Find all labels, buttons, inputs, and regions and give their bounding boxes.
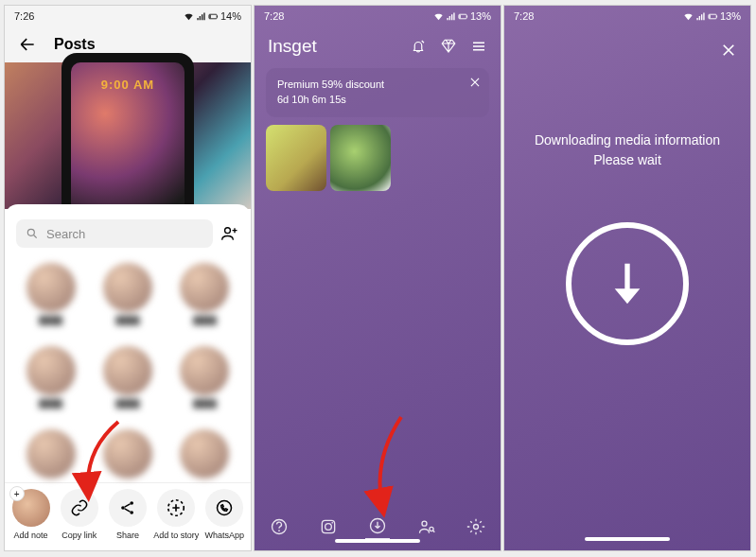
screenshot-insget-downloading: 7:28 13% Downloading media information P…: [503, 5, 751, 551]
svg-point-16: [325, 524, 332, 531]
action-label: Add note: [14, 531, 48, 540]
search-row: Search: [5, 216, 251, 257]
svg-point-21: [474, 525, 479, 530]
download-thumbnails: [266, 125, 489, 191]
svg-point-5: [121, 506, 125, 510]
status-line2: Please wait: [504, 150, 750, 170]
svg-point-9: [218, 501, 232, 515]
share-contact[interactable]: ████: [94, 263, 162, 325]
share-button[interactable]: Share: [104, 489, 151, 540]
home-indicator[interactable]: [585, 537, 670, 541]
svg-rect-24: [716, 15, 717, 17]
svg-rect-2: [217, 15, 218, 17]
status-bar: 7:26 14%: [5, 6, 251, 26]
status-bar: 7:28 13%: [255, 6, 501, 26]
svg-rect-23: [709, 14, 710, 18]
status-battery: 13%: [720, 10, 741, 22]
share-contact[interactable]: [94, 429, 162, 479]
battery-icon: [458, 11, 468, 22]
svg-point-14: [278, 530, 280, 531]
status-line1: Downloading media information: [504, 131, 750, 150]
svg-point-17: [331, 522, 333, 524]
status-battery: 13%: [470, 10, 491, 22]
bell-icon[interactable]: [410, 38, 427, 55]
wifi-icon: [433, 11, 444, 22]
share-contact[interactable]: [17, 429, 85, 479]
search-icon: [26, 227, 39, 240]
download-icon: [368, 516, 387, 535]
whatsapp-button[interactable]: WhatsApp: [201, 489, 248, 540]
share-contact[interactable]: ████: [94, 346, 162, 409]
avatar-icon: [12, 489, 50, 527]
share-contact[interactable]: ████: [17, 346, 85, 409]
share-actions-row: Add note Copy link Share Add to story Wh…: [5, 482, 251, 544]
add-to-story-button[interactable]: Add to story: [152, 489, 200, 540]
annotation-arrow: [363, 412, 411, 516]
app-title: Insget: [268, 36, 317, 57]
nav-instagram[interactable]: [316, 514, 341, 539]
action-label: WhatsApp: [205, 531, 245, 540]
close-icon[interactable]: [720, 42, 737, 59]
search-input[interactable]: Search: [16, 219, 213, 248]
nav-download[interactable]: [365, 514, 390, 539]
svg-rect-12: [466, 15, 467, 17]
add-group-icon[interactable]: [220, 224, 239, 243]
wifi-icon: [184, 11, 194, 22]
svg-point-6: [130, 501, 133, 505]
nav-users[interactable]: [414, 514, 439, 539]
close-icon[interactable]: [468, 76, 482, 89]
download-indicator: [566, 222, 689, 345]
action-label: Copy link: [62, 531, 97, 540]
status-bar: 7:28 13%: [504, 6, 750, 26]
svg-point-3: [27, 229, 34, 235]
svg-point-20: [430, 527, 433, 531]
action-label: Add to story: [153, 531, 199, 540]
story-add-icon: [166, 497, 186, 518]
screenshot-insget-home: 7:28 13% Insget Premium 59% discount 6d …: [254, 5, 501, 551]
share-contact[interactable]: ████: [170, 346, 238, 409]
signal-icon: [446, 11, 456, 22]
home-indicator[interactable]: [335, 539, 420, 543]
status-right: 14%: [184, 10, 241, 22]
nav-settings[interactable]: [464, 514, 488, 539]
battery-icon: [208, 11, 219, 22]
premium-promo-banner[interactable]: Premium 59% discount 6d 10h 6m 15s: [266, 68, 489, 117]
screenshot-instagram-share: 7:26 14% Posts 9:00 AM Search ████: [4, 5, 252, 551]
wifi-icon: [683, 11, 694, 22]
add-note-button[interactable]: Add note: [8, 489, 55, 540]
diamond-icon[interactable]: [440, 38, 457, 55]
search-placeholder: Search: [46, 227, 85, 241]
svg-point-19: [422, 521, 427, 526]
share-icon: [118, 498, 137, 517]
media-thumbnail[interactable]: [266, 125, 326, 191]
status-right: 13%: [683, 10, 741, 22]
post-time-overlay: 9:00 AM: [101, 78, 154, 92]
share-contact[interactable]: ████: [170, 263, 238, 325]
post-media-preview[interactable]: 9:00 AM: [5, 62, 251, 209]
whatsapp-icon: [215, 498, 234, 517]
app-titlebar: Insget: [255, 26, 501, 61]
share-contact[interactable]: ████: [17, 263, 85, 325]
bottom-nav: [255, 503, 501, 550]
signal-icon: [196, 11, 206, 22]
svg-point-7: [130, 511, 133, 514]
share-sheet: Search ████ ████ ████ ████ ████ ████: [5, 204, 251, 550]
copy-link-button[interactable]: Copy link: [56, 489, 103, 540]
back-arrow-icon[interactable]: [18, 35, 37, 54]
svg-rect-11: [459, 14, 460, 18]
menu-icon[interactable]: [470, 38, 487, 55]
status-right: 13%: [433, 10, 491, 22]
status-time: 7:28: [514, 10, 534, 22]
link-icon: [70, 498, 89, 517]
status-time: 7:26: [14, 10, 34, 22]
promo-line1: Premium 59% discount: [277, 78, 478, 93]
download-status-text: Downloading media information Please wai…: [504, 131, 750, 170]
action-label: Share: [116, 531, 139, 540]
battery-icon: [708, 11, 718, 22]
svg-point-4: [225, 228, 231, 234]
nav-help[interactable]: [267, 514, 291, 539]
page-title: Posts: [54, 36, 96, 53]
media-thumbnail[interactable]: [330, 125, 391, 191]
share-contact[interactable]: [170, 429, 238, 479]
status-time: 7:28: [264, 10, 284, 22]
